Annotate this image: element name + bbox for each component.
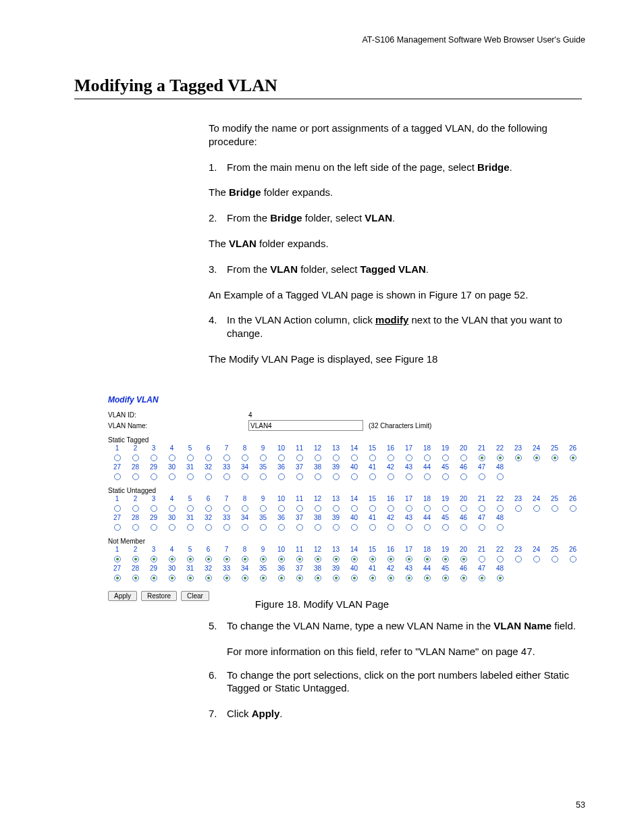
port-radio[interactable] xyxy=(290,472,308,481)
port-radio[interactable] xyxy=(236,554,254,564)
port-radio[interactable] xyxy=(144,504,163,513)
port-radio[interactable] xyxy=(272,523,290,532)
port-radio[interactable] xyxy=(181,573,199,583)
port-radio[interactable] xyxy=(400,554,418,564)
port-radio[interactable] xyxy=(236,453,254,463)
port-radio[interactable] xyxy=(236,523,254,532)
port-radio[interactable] xyxy=(163,554,181,564)
port-radio[interactable] xyxy=(199,504,217,513)
port-radio[interactable] xyxy=(436,523,454,532)
port-radio[interactable] xyxy=(308,504,327,513)
port-radio[interactable] xyxy=(454,573,473,583)
port-radio[interactable] xyxy=(272,453,290,463)
port-radio[interactable] xyxy=(108,504,126,513)
port-radio[interactable] xyxy=(345,573,363,583)
port-radio[interactable] xyxy=(126,504,144,513)
port-radio[interactable] xyxy=(381,573,400,583)
port-radio[interactable] xyxy=(327,453,345,463)
port-radio[interactable] xyxy=(126,453,144,463)
port-radio[interactable] xyxy=(217,554,236,564)
port-radio[interactable] xyxy=(199,554,217,564)
port-radio[interactable] xyxy=(144,472,163,481)
port-radio[interactable] xyxy=(254,573,272,583)
port-radio[interactable] xyxy=(327,523,345,532)
port-radio[interactable] xyxy=(308,453,327,463)
port-radio[interactable] xyxy=(254,523,272,532)
port-radio[interactable] xyxy=(527,554,545,564)
port-radio[interactable] xyxy=(308,472,327,481)
port-radio[interactable] xyxy=(381,554,400,564)
port-radio[interactable] xyxy=(418,554,436,564)
port-radio[interactable] xyxy=(254,504,272,513)
port-radio[interactable] xyxy=(509,554,527,564)
port-radio[interactable] xyxy=(108,523,126,532)
port-radio[interactable] xyxy=(144,573,163,583)
port-radio[interactable] xyxy=(564,453,582,463)
port-radio[interactable] xyxy=(163,523,181,532)
port-radio[interactable] xyxy=(199,472,217,481)
port-radio[interactable] xyxy=(345,554,363,564)
port-radio[interactable] xyxy=(363,504,381,513)
port-radio[interactable] xyxy=(108,573,126,583)
port-radio[interactable] xyxy=(454,472,473,481)
port-radio[interactable] xyxy=(345,523,363,532)
port-radio[interactable] xyxy=(290,523,308,532)
port-radio[interactable] xyxy=(509,453,527,463)
port-radio[interactable] xyxy=(363,523,381,532)
port-radio[interactable] xyxy=(163,504,181,513)
port-radio[interactable] xyxy=(473,472,491,481)
port-radio[interactable] xyxy=(327,573,345,583)
port-radio[interactable] xyxy=(236,504,254,513)
port-radio[interactable] xyxy=(308,554,327,564)
port-radio[interactable] xyxy=(126,573,144,583)
port-radio[interactable] xyxy=(545,504,564,513)
port-radio[interactable] xyxy=(327,472,345,481)
port-radio[interactable] xyxy=(527,453,545,463)
port-radio[interactable] xyxy=(181,554,199,564)
port-radio[interactable] xyxy=(491,504,509,513)
port-radio[interactable] xyxy=(217,453,236,463)
port-radio[interactable] xyxy=(345,472,363,481)
port-radio[interactable] xyxy=(163,472,181,481)
port-radio[interactable] xyxy=(436,504,454,513)
port-radio[interactable] xyxy=(181,504,199,513)
port-radio[interactable] xyxy=(290,453,308,463)
port-radio[interactable] xyxy=(327,554,345,564)
port-radio[interactable] xyxy=(363,472,381,481)
port-radio[interactable] xyxy=(381,523,400,532)
port-radio[interactable] xyxy=(564,504,582,513)
port-radio[interactable] xyxy=(236,573,254,583)
port-radio[interactable] xyxy=(491,472,509,481)
port-radio[interactable] xyxy=(363,554,381,564)
port-radio[interactable] xyxy=(454,504,473,513)
port-radio[interactable] xyxy=(473,523,491,532)
port-radio[interactable] xyxy=(509,504,527,513)
port-radio[interactable] xyxy=(199,573,217,583)
port-radio[interactable] xyxy=(108,472,126,481)
port-radio[interactable] xyxy=(290,573,308,583)
port-radio[interactable] xyxy=(199,523,217,532)
port-radio[interactable] xyxy=(436,554,454,564)
port-radio[interactable] xyxy=(236,472,254,481)
port-radio[interactable] xyxy=(454,523,473,532)
port-radio[interactable] xyxy=(108,554,126,564)
port-radio[interactable] xyxy=(381,472,400,481)
port-radio[interactable] xyxy=(308,573,327,583)
port-radio[interactable] xyxy=(564,554,582,564)
port-radio[interactable] xyxy=(473,554,491,564)
port-radio[interactable] xyxy=(545,554,564,564)
port-radio[interactable] xyxy=(217,504,236,513)
port-radio[interactable] xyxy=(126,472,144,481)
port-radio[interactable] xyxy=(181,523,199,532)
port-radio[interactable] xyxy=(418,523,436,532)
port-radio[interactable] xyxy=(491,573,509,583)
port-radio[interactable] xyxy=(144,523,163,532)
port-radio[interactable] xyxy=(345,504,363,513)
port-radio[interactable] xyxy=(217,573,236,583)
port-radio[interactable] xyxy=(400,453,418,463)
port-radio[interactable] xyxy=(418,573,436,583)
port-radio[interactable] xyxy=(126,554,144,564)
port-radio[interactable] xyxy=(199,453,217,463)
port-radio[interactable] xyxy=(272,472,290,481)
port-radio[interactable] xyxy=(126,523,144,532)
